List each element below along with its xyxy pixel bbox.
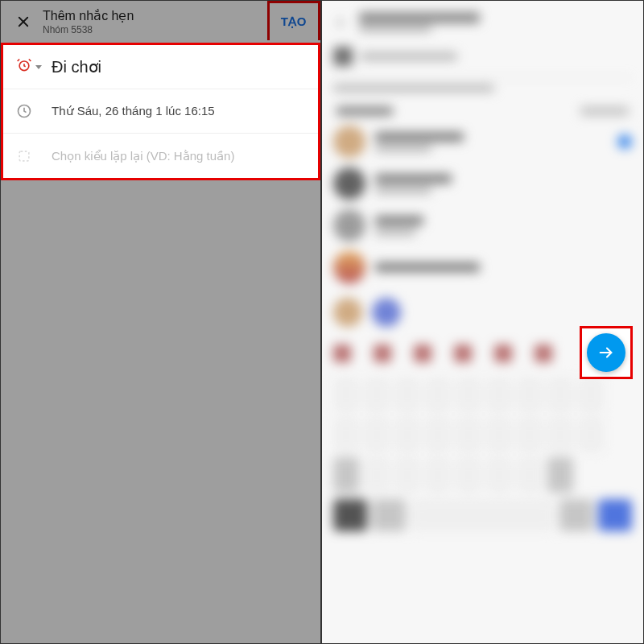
repeat-row[interactable]: Chọn kiểu lặp lại (VD: Hằng tuần) xyxy=(3,134,318,178)
reminder-type-selector[interactable] xyxy=(16,57,52,76)
fab-highlight xyxy=(580,326,633,379)
left-panel: Thêm nhắc hẹn Nhóm 5538 TẠO Đi chơi Thứ … xyxy=(0,0,322,644)
clock-icon xyxy=(16,103,32,119)
header-bar: Thêm nhắc hẹn Nhóm 5538 TẠO xyxy=(1,1,320,43)
right-panel xyxy=(322,0,644,644)
reminder-form-card: Đi chơi Thứ Sáu, 26 tháng 1 lúc 16:15 Ch… xyxy=(1,43,320,180)
repeat-icon xyxy=(16,148,32,164)
repeat-placeholder: Chọn kiểu lặp lại (VD: Hằng tuần) xyxy=(52,149,305,163)
arrow-right-icon xyxy=(597,344,615,361)
next-fab-button[interactable] xyxy=(587,333,625,372)
create-button-label: TẠO xyxy=(281,14,307,28)
svg-rect-4 xyxy=(19,151,29,161)
alarm-clock-icon xyxy=(16,57,32,76)
event-title-input[interactable]: Đi chơi xyxy=(52,57,305,76)
create-button[interactable]: TẠO xyxy=(267,1,320,40)
clock-icon-slot xyxy=(16,103,52,119)
title-row[interactable]: Đi chơi xyxy=(3,45,318,89)
chevron-down-icon xyxy=(35,65,42,69)
close-icon xyxy=(16,14,31,29)
close-button[interactable] xyxy=(7,6,39,38)
right-overlay xyxy=(322,1,643,643)
datetime-value: Thứ Sáu, 26 tháng 1 lúc 16:15 xyxy=(52,104,305,118)
repeat-icon-slot xyxy=(16,148,52,164)
datetime-row[interactable]: Thứ Sáu, 26 tháng 1 lúc 16:15 xyxy=(3,89,318,134)
